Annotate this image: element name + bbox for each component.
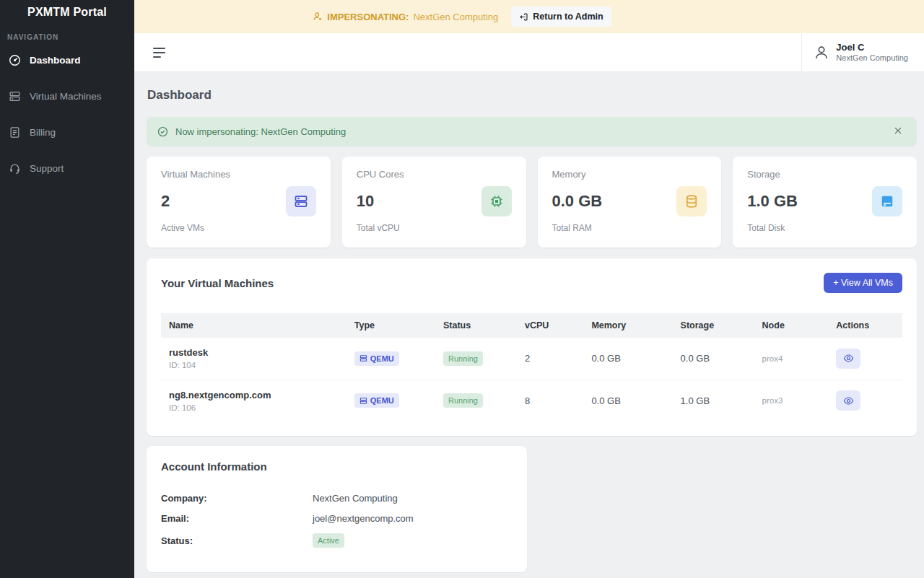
- user-name: Joel C: [836, 42, 908, 53]
- sidebar-item-support[interactable]: Support: [0, 157, 134, 180]
- account-value: joel@nextgencomp.com: [313, 513, 414, 524]
- speedometer-icon: [9, 54, 21, 66]
- app-title: PXMTM Portal: [0, 0, 134, 29]
- vm-storage: 1.0 GB: [673, 380, 754, 421]
- return-to-admin-button[interactable]: Return to Admin: [511, 6, 611, 27]
- sidebar-item-label: Support: [30, 163, 64, 174]
- nav-section-label: NAVIGATION: [0, 29, 134, 48]
- headset-icon: [9, 162, 21, 175]
- column-header-actions: Actions: [828, 313, 902, 338]
- sidebar-item-billing[interactable]: Billing: [0, 121, 134, 144]
- account-panel: Account Information Company: NextGen Com…: [147, 446, 527, 572]
- vm-name: rustdesk: [169, 347, 339, 358]
- server-stack-icon: [9, 90, 21, 102]
- invoice-icon: [9, 126, 21, 139]
- main-area: IMPERSONATING: NextGen Computing Return …: [134, 0, 924, 578]
- impersonating-text: IMPERSONATING: NextGen Computing: [313, 12, 498, 22]
- vm-status-badge: Running: [443, 393, 483, 408]
- alert-message: Now impersonating: NextGen Computing: [175, 126, 346, 137]
- vm-panel: Your Virtual Machines + View All VMs Nam…: [147, 258, 917, 436]
- vm-vcpu: 2: [517, 338, 583, 380]
- account-title: Account Information: [161, 460, 513, 473]
- sidebar-item-label: Billing: [30, 127, 56, 138]
- eye-icon: [843, 395, 854, 406]
- vm-status-badge: Running: [443, 351, 483, 366]
- account-label: Email:: [161, 513, 313, 524]
- box-arrow-in-left-icon: [519, 12, 528, 22]
- account-row-company: Company: NextGen Computing: [161, 493, 513, 504]
- sidebar: PXMTM Portal NAVIGATION Dashboard Virtua…: [0, 0, 134, 578]
- sidebar-item-dashboard[interactable]: Dashboard: [0, 48, 134, 72]
- database-icon: [676, 186, 707, 216]
- stat-sub: Total Disk: [747, 223, 798, 233]
- column-header-name: Name: [161, 313, 346, 338]
- column-header-node: Node: [754, 313, 829, 338]
- vm-table-header-row: Name Type Status vCPU Memory Storage Nod…: [161, 313, 902, 338]
- column-header-type: Type: [346, 313, 435, 338]
- account-row-email: Email: joel@nextgencomp.com: [161, 513, 513, 524]
- person-icon: [814, 45, 829, 61]
- vm-memory: 0.0 GB: [583, 338, 672, 380]
- person-check-icon: [313, 12, 323, 22]
- account-row-status: Status: Active: [161, 533, 513, 548]
- stat-sub: Active VMs: [161, 223, 230, 233]
- account-value: NextGen Computing: [313, 493, 398, 504]
- vm-node: prox3: [754, 380, 829, 421]
- vm-type-badge: QEMU: [354, 393, 399, 408]
- stat-sub: Total vCPU: [357, 223, 404, 233]
- stat-label: CPU Cores: [357, 169, 404, 180]
- stat-label: Memory: [552, 169, 603, 180]
- column-header-memory: Memory: [583, 313, 672, 338]
- sidebar-item-label: Dashboard: [30, 55, 81, 66]
- vm-vcpu: 8: [517, 380, 583, 421]
- check-circle-icon: [157, 126, 168, 137]
- user-menu[interactable]: Joel C NextGen Computing: [801, 33, 924, 72]
- stat-label: Storage: [747, 169, 798, 180]
- cpu-icon: [481, 186, 512, 216]
- column-header-vcpu: vCPU: [517, 313, 583, 338]
- impersonation-alert: Now impersonating: NextGen Computing: [147, 117, 917, 146]
- vm-type-badge: QEMU: [354, 351, 399, 366]
- top-header: Joel C NextGen Computing: [134, 33, 924, 72]
- stat-value: 10: [357, 192, 404, 211]
- vm-node: prox4: [754, 338, 829, 380]
- account-label: Company:: [161, 493, 313, 504]
- table-row: ng8.nextgencomp.com ID: 106 QEMU Running…: [161, 380, 902, 421]
- close-icon: [893, 126, 903, 136]
- eye-icon: [843, 353, 854, 364]
- stat-value: 0.0 GB: [552, 192, 603, 211]
- status-badge: Active: [313, 533, 344, 548]
- sidebar-item-label: Virtual Machines: [30, 91, 102, 102]
- sidebar-item-virtual-machines[interactable]: Virtual Machines: [0, 84, 134, 108]
- stat-card-storage: Storage 1.0 GB Total Disk: [733, 157, 917, 248]
- page-content: Dashboard Now impersonating: NextGen Com…: [134, 72, 924, 578]
- vm-name: ng8.nextgencomp.com: [169, 390, 339, 400]
- vm-storage: 0.0 GB: [673, 338, 754, 380]
- vm-memory: 0.0 GB: [583, 380, 672, 421]
- stat-card-memory: Memory 0.0 GB Total RAM: [538, 157, 722, 248]
- impersonating-label: IMPERSONATING:: [327, 12, 409, 22]
- table-row: rustdesk ID: 104 QEMU Running 2 0.0 GB: [161, 338, 902, 380]
- view-vm-button[interactable]: [836, 390, 860, 411]
- vm-id: ID: 104: [169, 361, 339, 369]
- stat-card-cpu-cores: CPU Cores 10 Total vCPU: [342, 157, 526, 248]
- impersonating-value: NextGen Computing: [413, 12, 498, 22]
- view-all-vms-button[interactable]: + View All VMs: [824, 273, 902, 293]
- stat-value: 2: [161, 192, 230, 211]
- user-company: NextGen Computing: [836, 53, 908, 64]
- stat-sub: Total RAM: [552, 223, 603, 233]
- vm-section-title: Your Virtual Machines: [161, 277, 274, 289]
- alert-close-button[interactable]: [890, 124, 906, 139]
- impersonation-banner: IMPERSONATING: NextGen Computing Return …: [134, 0, 924, 33]
- view-vm-button[interactable]: [836, 349, 860, 369]
- vm-table: Name Type Status vCPU Memory Storage Nod…: [161, 313, 902, 421]
- stat-value: 1.0 GB: [747, 192, 798, 211]
- return-to-admin-label: Return to Admin: [533, 12, 603, 22]
- column-header-status: Status: [435, 313, 517, 338]
- page-title: Dashboard: [147, 88, 917, 102]
- server-stack-icon: [286, 186, 316, 216]
- server-icon: [359, 354, 367, 362]
- column-header-storage: Storage: [673, 313, 754, 338]
- stats-row: Virtual Machines 2 Active VMs CPU Cores …: [147, 157, 917, 248]
- sidebar-toggle-button[interactable]: [150, 45, 168, 61]
